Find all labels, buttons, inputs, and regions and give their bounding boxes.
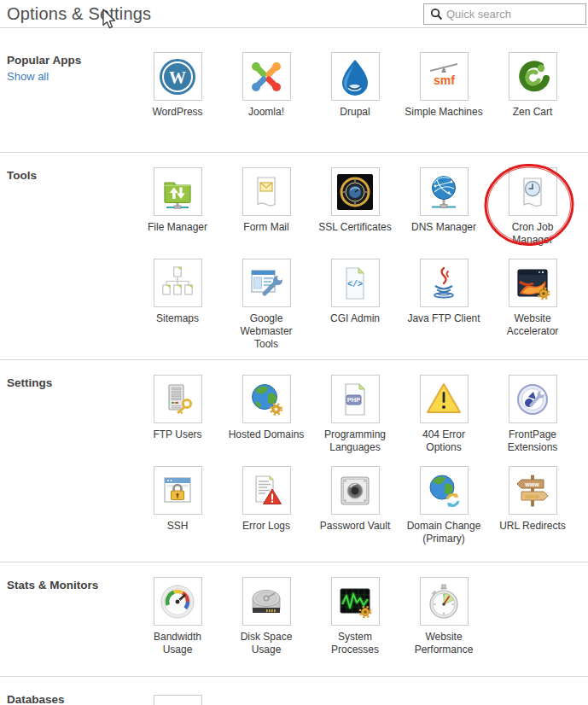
tile-label: Drupal [311, 106, 399, 119]
tile-label: Java FTP Client [399, 312, 488, 325]
domain-change-primary-icon [423, 470, 464, 511]
tile-label: CGI Admin [311, 312, 399, 325]
search-icon [430, 8, 443, 20]
options-settings-panel: Options & Settings Popular Apps Show all… [0, 0, 588, 705]
tile-label: Domain Change (Primary) [399, 520, 488, 545]
sitemaps-icon [157, 263, 198, 304]
show-all-link[interactable]: Show all [7, 70, 49, 83]
tile-ssh[interactable]: SSH [133, 466, 222, 545]
tile-domain-change-primary[interactable]: Domain Change (Primary) [399, 466, 488, 545]
tile-ftp-users[interactable]: FTP Users [133, 375, 222, 454]
ssh-icon [157, 470, 198, 511]
section-title-settings: Settings [7, 376, 133, 389]
simple-machines-icon [423, 56, 464, 97]
tile-label: DNS Manager [399, 221, 488, 234]
website-performance-icon [423, 581, 464, 622]
ftp-users-icon [157, 379, 198, 420]
ssl-certificates-icon [335, 172, 376, 213]
joomla-icon [246, 56, 287, 97]
tile-form-mail[interactable]: Form Mail [222, 167, 311, 247]
search-input[interactable] [446, 4, 585, 24]
tile-label: Website Accelerator [488, 312, 577, 338]
tile-cron-job-manager[interactable]: Cron Job Manager [488, 167, 577, 247]
tile-404-error-options[interactable]: 404 Error Options [399, 375, 488, 454]
drupal-icon [335, 56, 376, 97]
password-vault-icon [335, 470, 376, 511]
tile-java-ftp-client[interactable]: Java FTP Client [399, 259, 488, 351]
tile-disk-space-usage[interactable]: Disk Space Usage [222, 577, 311, 656]
hosted-domains-icon [246, 379, 287, 420]
tile-error-logs[interactable]: Error Logs [222, 466, 311, 545]
tile-label: WordPress [133, 106, 222, 119]
tile-label: Cron Job Manager [488, 221, 577, 247]
section-stats-monitors: Stats & Monitors Bandwidth Usage Disk Sp… [0, 562, 588, 676]
tile-simple-machines[interactable]: Simple Machines [399, 52, 488, 119]
section-title-stats-monitors: Stats & Monitors [7, 579, 133, 591]
section-title-databases: Databases [7, 693, 133, 705]
tile-label: Simple Machines [399, 106, 488, 119]
section-title-popular-apps: Popular Apps [7, 54, 133, 67]
tile-label: Bandwidth Usage [133, 631, 222, 656]
header: Options & Settings [0, 0, 588, 28]
tile-wordpress[interactable]: WordPress [133, 52, 222, 119]
bandwidth-usage-icon [157, 581, 198, 622]
tile-label: SSH [133, 520, 222, 533]
java-ftp-client-icon [423, 263, 464, 304]
tile-label: Sitemaps [133, 312, 222, 325]
tile-label: SSL Certificates [311, 221, 399, 234]
tile-label: Google Webmaster Tools [222, 312, 311, 351]
tile-dns-manager[interactable]: DNS Manager [399, 167, 488, 247]
section-databases: Databases [0, 676, 588, 705]
tile-label: Error Logs [222, 520, 311, 533]
form-mail-icon [246, 172, 287, 213]
disk-space-usage-icon [246, 581, 287, 622]
wordpress-icon [157, 56, 198, 97]
tile-joomla[interactable]: Joomla! [222, 52, 311, 119]
error-logs-icon [246, 470, 287, 511]
tile-url-redirects[interactable]: URL Redirects [488, 466, 577, 545]
tile-bandwidth-usage[interactable]: Bandwidth Usage [133, 577, 222, 656]
section-tools: Tools File Manager Form Mail SSL Certifi… [0, 152, 588, 359]
tile-website-accelerator[interactable]: Website Accelerator [488, 259, 577, 351]
quick-search-box[interactable] [423, 3, 586, 25]
section-title-tools: Tools [7, 169, 133, 182]
tile-zen-cart[interactable]: Zen Cart [488, 52, 577, 119]
tile-hosted-domains[interactable]: Hosted Domains [222, 375, 311, 454]
website-accelerator-icon [512, 263, 553, 304]
tile-password-vault[interactable]: Password Vault [311, 466, 399, 545]
url-redirects-icon [512, 470, 553, 511]
system-processes-icon [335, 581, 376, 622]
tile-label: Website Performance [399, 631, 488, 656]
tile-label: File Manager [133, 221, 222, 234]
tile-sitemaps[interactable]: Sitemaps [133, 259, 222, 351]
tile-database-partial[interactable] [133, 691, 222, 705]
tile-label: Hosted Domains [222, 428, 311, 441]
tile-system-processes[interactable]: System Processes [311, 577, 399, 656]
page-title: Options & Settings [7, 4, 151, 24]
tile-cgi-admin[interactable]: CGI Admin [311, 259, 399, 351]
tile-label: Programming Languages [311, 428, 399, 454]
frontpage-extensions-icon [512, 379, 553, 420]
tile-drupal[interactable]: Drupal [311, 52, 399, 119]
section-settings: Settings FTP Users Hosted Domains Progra… [0, 359, 588, 562]
tile-frontpage-extensions[interactable]: FrontPage Extensions [488, 375, 577, 454]
404-error-options-icon [423, 379, 464, 420]
database-icon [157, 699, 198, 705]
dns-manager-icon [423, 172, 464, 213]
file-manager-icon [157, 172, 198, 213]
tile-programming-languages[interactable]: Programming Languages [311, 375, 399, 454]
tile-label: Joomla! [222, 106, 311, 119]
programming-languages-icon [335, 379, 376, 420]
tile-label: Password Vault [311, 520, 399, 533]
tile-label: URL Redirects [488, 520, 577, 533]
tile-label: FrontPage Extensions [488, 428, 577, 454]
tile-label: Form Mail [222, 221, 311, 234]
tile-label: System Processes [311, 631, 399, 656]
tile-file-manager[interactable]: File Manager [133, 167, 222, 247]
tile-google-webmaster-tools[interactable]: Google Webmaster Tools [222, 259, 311, 351]
tile-ssl-certificates[interactable]: SSL Certificates [311, 167, 399, 247]
tile-website-performance[interactable]: Website Performance [399, 577, 488, 656]
cron-job-manager-icon [512, 172, 553, 213]
tile-label: Disk Space Usage [222, 631, 311, 656]
section-popular-apps: Popular Apps Show all WordPress Joomla! … [0, 28, 588, 152]
